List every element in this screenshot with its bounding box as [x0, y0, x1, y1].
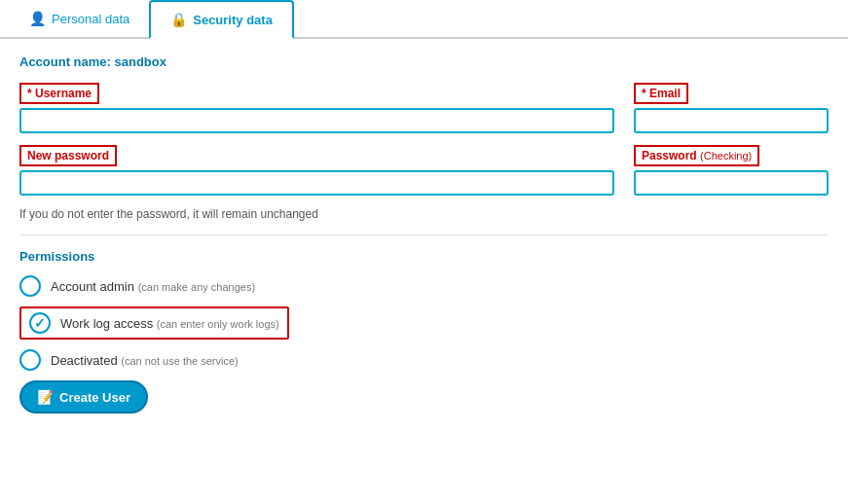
radio-worklog[interactable]: [29, 312, 51, 334]
main-content: Account name: sandbox * Username * Email…: [0, 39, 848, 429]
permission-admin-label: Account admin (can make any changes): [51, 279, 255, 294]
lock-icon: 🔒: [170, 12, 187, 27]
permission-deactivated-label: Deactivated (can not use the service): [51, 353, 239, 368]
tab-security-label: Security data: [193, 13, 273, 27]
tab-bar: 👤 Personal data 🔒 Security data: [0, 0, 848, 39]
username-input[interactable]: [19, 108, 614, 133]
permission-deactivated[interactable]: Deactivated (can not use the service): [19, 349, 829, 371]
create-user-label: Create User: [59, 390, 130, 405]
tab-personal-label: Personal data: [52, 12, 129, 26]
radio-deactivated[interactable]: [19, 349, 41, 371]
create-user-button[interactable]: 📝 Create User: [19, 380, 148, 414]
radio-admin[interactable]: [19, 275, 41, 297]
username-group: * Username: [19, 83, 614, 133]
username-email-row: * Username * Email: [19, 83, 829, 133]
permissions-title: Permissions: [19, 249, 829, 264]
tab-personal[interactable]: 👤 Personal data: [10, 0, 149, 37]
email-input[interactable]: [634, 108, 829, 133]
new-password-input[interactable]: [19, 170, 614, 196]
permission-worklog-label: Work log access (can enter only work log…: [60, 316, 279, 331]
password-hint: If you do not enter the password, it wil…: [19, 207, 829, 221]
permission-worklog[interactable]: Work log access (can enter only work log…: [19, 306, 289, 340]
person-icon: 👤: [29, 11, 46, 26]
new-password-label: New password: [19, 145, 117, 166]
divider: [19, 234, 829, 235]
password-row: New password Password (Checking): [19, 145, 829, 196]
email-label: * Email: [634, 83, 688, 104]
username-label: * Username: [19, 83, 99, 104]
email-group: * Email: [634, 83, 829, 133]
password-check-input[interactable]: [634, 170, 829, 196]
create-icon: 📝: [37, 389, 54, 405]
tab-security[interactable]: 🔒 Security data: [149, 0, 294, 39]
password-check-label: Password (Checking): [634, 145, 759, 166]
permission-admin[interactable]: Account admin (can make any changes): [19, 275, 829, 297]
account-title: Account name: sandbox: [19, 54, 829, 69]
new-password-group: New password: [19, 145, 614, 196]
password-check-group: Password (Checking): [634, 145, 829, 196]
